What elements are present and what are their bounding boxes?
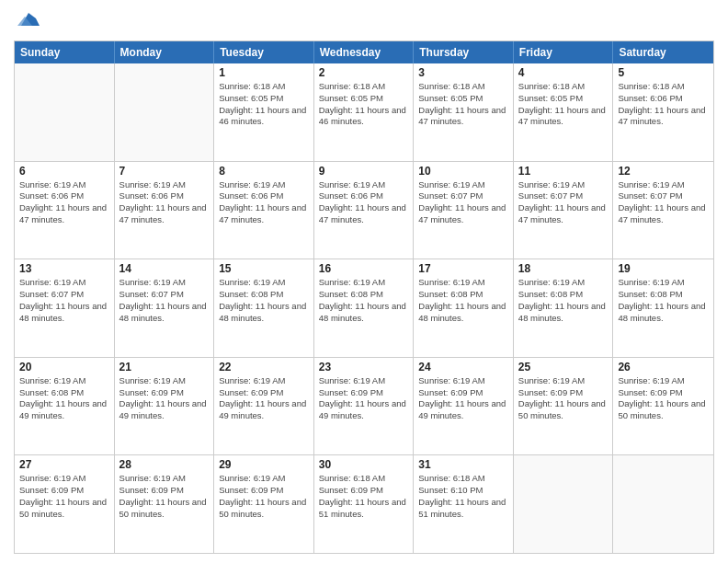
- header-day-wednesday: Wednesday: [314, 41, 415, 63]
- day-info: Sunrise: 6:19 AM Sunset: 6:09 PM Dayligh…: [418, 375, 508, 422]
- day-number: 12: [618, 165, 709, 178]
- day-info: Sunrise: 6:19 AM Sunset: 6:09 PM Dayligh…: [119, 375, 210, 422]
- day-number: 8: [219, 165, 309, 178]
- calendar-cell: 5Sunrise: 6:18 AM Sunset: 6:06 PM Daylig…: [613, 63, 713, 161]
- header-day-sunday: Sunday: [15, 41, 115, 63]
- day-number: 18: [518, 262, 609, 275]
- day-info: Sunrise: 6:19 AM Sunset: 6:06 PM Dayligh…: [319, 179, 409, 226]
- calendar-cell: 6Sunrise: 6:19 AM Sunset: 6:06 PM Daylig…: [15, 162, 115, 259]
- calendar-cell: 23Sunrise: 6:19 AM Sunset: 6:09 PM Dayli…: [314, 358, 415, 455]
- day-number: 30: [319, 458, 409, 471]
- header-day-thursday: Thursday: [414, 41, 514, 63]
- day-number: 11: [518, 165, 609, 178]
- day-info: Sunrise: 6:19 AM Sunset: 6:07 PM Dayligh…: [418, 179, 508, 226]
- header-day-saturday: Saturday: [613, 41, 713, 63]
- calendar-cell: 10Sunrise: 6:19 AM Sunset: 6:07 PM Dayli…: [414, 162, 514, 259]
- day-info: Sunrise: 6:18 AM Sunset: 6:09 PM Dayligh…: [319, 473, 409, 520]
- calendar-header: SundayMondayTuesdayWednesdayThursdayFrid…: [15, 41, 713, 63]
- day-number: 20: [19, 361, 109, 373]
- calendar-cell: 28Sunrise: 6:19 AM Sunset: 6:09 PM Dayli…: [115, 455, 215, 553]
- day-number: 17: [418, 262, 508, 275]
- day-number: 6: [19, 165, 109, 178]
- header: [14, 9, 714, 31]
- day-number: 27: [19, 458, 109, 471]
- day-info: Sunrise: 6:19 AM Sunset: 6:06 PM Dayligh…: [19, 179, 109, 226]
- calendar-cell: 2Sunrise: 6:18 AM Sunset: 6:05 PM Daylig…: [314, 63, 415, 161]
- day-number: 4: [518, 66, 609, 79]
- calendar-body: 1Sunrise: 6:18 AM Sunset: 6:05 PM Daylig…: [15, 63, 713, 553]
- day-number: 21: [119, 361, 210, 373]
- day-number: 22: [219, 361, 309, 373]
- calendar-cell: 13Sunrise: 6:19 AM Sunset: 6:07 PM Dayli…: [15, 259, 115, 357]
- day-number: 3: [418, 66, 508, 79]
- day-info: Sunrise: 6:19 AM Sunset: 6:09 PM Dayligh…: [618, 375, 709, 422]
- calendar: SundayMondayTuesdayWednesdayThursdayFrid…: [14, 40, 714, 554]
- day-info: Sunrise: 6:19 AM Sunset: 6:08 PM Dayligh…: [418, 277, 508, 324]
- day-info: Sunrise: 6:19 AM Sunset: 6:09 PM Dayligh…: [19, 473, 109, 520]
- day-number: 13: [19, 262, 109, 275]
- calendar-cell: 3Sunrise: 6:18 AM Sunset: 6:05 PM Daylig…: [414, 63, 514, 161]
- calendar-cell: 27Sunrise: 6:19 AM Sunset: 6:09 PM Dayli…: [15, 455, 115, 553]
- calendar-cell: 16Sunrise: 6:19 AM Sunset: 6:08 PM Dayli…: [314, 259, 415, 357]
- day-number: 28: [119, 458, 210, 471]
- calendar-cell: 1Sunrise: 6:18 AM Sunset: 6:05 PM Daylig…: [214, 63, 314, 161]
- calendar-row-2: 6Sunrise: 6:19 AM Sunset: 6:06 PM Daylig…: [15, 161, 713, 259]
- day-info: Sunrise: 6:19 AM Sunset: 6:08 PM Dayligh…: [618, 277, 709, 324]
- calendar-cell: [115, 63, 215, 161]
- day-info: Sunrise: 6:19 AM Sunset: 6:07 PM Dayligh…: [19, 277, 109, 324]
- calendar-cell: 17Sunrise: 6:19 AM Sunset: 6:08 PM Dayli…: [414, 259, 514, 357]
- calendar-row-4: 20Sunrise: 6:19 AM Sunset: 6:08 PM Dayli…: [15, 357, 713, 455]
- calendar-row-1: 1Sunrise: 6:18 AM Sunset: 6:05 PM Daylig…: [15, 63, 713, 161]
- calendar-cell: 18Sunrise: 6:19 AM Sunset: 6:08 PM Dayli…: [514, 259, 614, 357]
- day-number: 26: [618, 361, 709, 373]
- day-number: 14: [119, 262, 210, 275]
- calendar-cell: 8Sunrise: 6:19 AM Sunset: 6:06 PM Daylig…: [214, 162, 314, 259]
- day-info: Sunrise: 6:18 AM Sunset: 6:05 PM Dayligh…: [219, 81, 309, 128]
- calendar-cell: 15Sunrise: 6:19 AM Sunset: 6:08 PM Dayli…: [214, 259, 314, 357]
- day-info: Sunrise: 6:18 AM Sunset: 6:05 PM Dayligh…: [418, 81, 508, 128]
- day-info: Sunrise: 6:18 AM Sunset: 6:06 PM Dayligh…: [618, 81, 709, 128]
- calendar-cell: 20Sunrise: 6:19 AM Sunset: 6:08 PM Dayli…: [15, 358, 115, 455]
- calendar-cell: 29Sunrise: 6:19 AM Sunset: 6:09 PM Dayli…: [214, 455, 314, 553]
- day-number: 25: [518, 361, 609, 373]
- day-number: 29: [219, 458, 309, 471]
- calendar-cell: 24Sunrise: 6:19 AM Sunset: 6:09 PM Dayli…: [414, 358, 514, 455]
- day-number: 24: [418, 361, 508, 373]
- day-info: Sunrise: 6:19 AM Sunset: 6:08 PM Dayligh…: [518, 277, 609, 324]
- day-number: 23: [319, 361, 409, 373]
- calendar-cell: 31Sunrise: 6:18 AM Sunset: 6:10 PM Dayli…: [414, 455, 514, 553]
- day-number: 1: [219, 66, 309, 79]
- calendar-row-3: 13Sunrise: 6:19 AM Sunset: 6:07 PM Dayli…: [15, 259, 713, 357]
- day-number: 5: [618, 66, 709, 79]
- calendar-row-5: 27Sunrise: 6:19 AM Sunset: 6:09 PM Dayli…: [15, 454, 713, 553]
- calendar-cell: 25Sunrise: 6:19 AM Sunset: 6:09 PM Dayli…: [514, 358, 614, 455]
- day-info: Sunrise: 6:19 AM Sunset: 6:07 PM Dayligh…: [618, 179, 709, 226]
- day-info: Sunrise: 6:18 AM Sunset: 6:05 PM Dayligh…: [319, 81, 409, 128]
- header-day-tuesday: Tuesday: [214, 41, 314, 63]
- day-info: Sunrise: 6:18 AM Sunset: 6:05 PM Dayligh…: [518, 81, 609, 128]
- calendar-cell: 12Sunrise: 6:19 AM Sunset: 6:07 PM Dayli…: [613, 162, 713, 259]
- day-number: 19: [618, 262, 709, 275]
- header-day-friday: Friday: [514, 41, 614, 63]
- day-info: Sunrise: 6:19 AM Sunset: 6:08 PM Dayligh…: [319, 277, 409, 324]
- day-info: Sunrise: 6:19 AM Sunset: 6:09 PM Dayligh…: [119, 473, 210, 520]
- calendar-cell: 7Sunrise: 6:19 AM Sunset: 6:06 PM Daylig…: [115, 162, 215, 259]
- day-number: 7: [119, 165, 210, 178]
- day-number: 2: [319, 66, 409, 79]
- day-info: Sunrise: 6:19 AM Sunset: 6:08 PM Dayligh…: [219, 277, 309, 324]
- calendar-cell: [514, 455, 614, 553]
- day-info: Sunrise: 6:19 AM Sunset: 6:08 PM Dayligh…: [19, 375, 109, 422]
- calendar-cell: 21Sunrise: 6:19 AM Sunset: 6:09 PM Dayli…: [115, 358, 215, 455]
- page: SundayMondayTuesdayWednesdayThursdayFrid…: [0, 0, 728, 563]
- header-day-monday: Monday: [115, 41, 215, 63]
- day-number: 10: [418, 165, 508, 178]
- calendar-cell: 9Sunrise: 6:19 AM Sunset: 6:06 PM Daylig…: [314, 162, 415, 259]
- day-number: 9: [319, 165, 409, 178]
- day-info: Sunrise: 6:19 AM Sunset: 6:06 PM Dayligh…: [119, 179, 210, 226]
- calendar-cell: 26Sunrise: 6:19 AM Sunset: 6:09 PM Dayli…: [613, 358, 713, 455]
- calendar-cell: [613, 455, 713, 553]
- calendar-cell: 22Sunrise: 6:19 AM Sunset: 6:09 PM Dayli…: [214, 358, 314, 455]
- day-number: 16: [319, 262, 409, 275]
- day-info: Sunrise: 6:18 AM Sunset: 6:10 PM Dayligh…: [418, 473, 508, 520]
- calendar-cell: 4Sunrise: 6:18 AM Sunset: 6:05 PM Daylig…: [514, 63, 614, 161]
